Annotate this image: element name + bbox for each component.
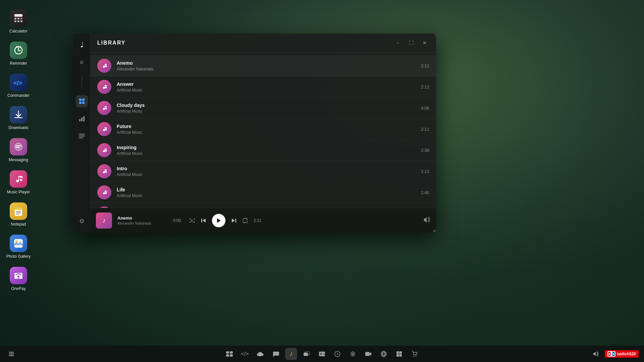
sidebar-hamburger-icon[interactable]: ≡	[76, 56, 88, 68]
taskbar-apps-icon[interactable]	[223, 348, 235, 360]
track-list[interactable]: Anemo Alexander Nakarada 2:11 Answer Art…	[91, 53, 436, 208]
downloads-label: Downloads	[8, 125, 28, 130]
desktop-icon-downloads[interactable]: Downloads	[3, 103, 34, 133]
svg-point-65	[103, 192, 105, 194]
svg-rect-108	[399, 354, 402, 357]
svg-point-83	[12, 355, 14, 356]
svg-point-80	[12, 353, 14, 355]
window-titlebar: LIBRARY − ⛶ ✕	[91, 34, 436, 53]
desktop-icon-notepad[interactable]: Notepad	[3, 200, 34, 229]
svg-rect-22	[15, 207, 22, 210]
taskbar-cloud-icon[interactable]	[254, 348, 266, 360]
track-item[interactable]: Future Artificial Music 2:11	[91, 119, 436, 140]
sidebar-stats-icon[interactable]	[76, 113, 88, 125]
play-pause-button[interactable]	[212, 214, 225, 227]
track-item[interactable]: Cloudy days Artificial Music 3:06	[91, 98, 436, 119]
taskbar-sound-icon[interactable]	[590, 348, 602, 360]
track-thumbnail	[97, 143, 111, 157]
player-time-total: 2:11	[254, 218, 264, 223]
svg-rect-1	[14, 18, 16, 19]
track-info: Cloudy days Artificial Music	[117, 103, 416, 114]
music-player-window: ♩ ≡ ⚙	[73, 34, 436, 233]
svg-rect-35	[79, 119, 80, 121]
taskbar-cards-icon[interactable]	[301, 348, 313, 360]
svg-point-42	[105, 66, 107, 67]
track-duration: 2:11	[421, 63, 429, 68]
calculator-icon	[10, 9, 27, 27]
taskbar-browser-icon[interactable]	[378, 348, 390, 360]
track-thumbnail	[97, 122, 111, 136]
track-thumbnail	[97, 59, 111, 73]
reminder-label: Reminder	[10, 61, 27, 66]
track-item[interactable]: Life Artificial Music 2:40	[91, 182, 436, 203]
taskbar-music-icon[interactable]: ♪	[285, 348, 297, 360]
svg-point-53	[103, 129, 105, 131]
track-duration: 3:06	[421, 106, 429, 111]
onepay-icon	[10, 267, 27, 284]
svg-rect-39	[79, 136, 85, 137]
desktop-icon-messaging[interactable]: Messaging	[3, 135, 34, 165]
prev-button[interactable]	[201, 218, 207, 224]
svg-rect-32	[82, 99, 85, 101]
close-button[interactable]: ✕	[420, 38, 429, 48]
svg-rect-38	[79, 134, 85, 135]
taskbar-video-icon[interactable]	[362, 348, 374, 360]
taskbar-cart-icon[interactable]	[409, 348, 421, 360]
desktop-icon-onepay[interactable]: OnePay	[3, 264, 34, 294]
track-thumbnail	[97, 185, 111, 199]
player-music-icon: ♪	[102, 217, 106, 224]
taskbar-windows-icon[interactable]	[393, 348, 405, 360]
taskbar-grid-icon[interactable]	[5, 348, 17, 360]
svg-rect-31	[79, 99, 82, 101]
desktop-icon-musicplayer[interactable]: Music Player	[3, 168, 34, 197]
taskbar-code-icon[interactable]: </>	[239, 348, 251, 360]
track-duration: 2:11	[421, 127, 429, 132]
svg-point-98	[352, 353, 354, 355]
downloads-icon	[10, 106, 27, 123]
desktop-icon-gallery[interactable]: Photo Gallery	[3, 232, 34, 261]
track-artist: Artificial Music	[117, 172, 416, 177]
track-item[interactable]: Light Artificial Music 2:32	[91, 203, 436, 208]
track-info: Life Artificial Music	[117, 187, 416, 198]
track-duration: 2:12	[421, 84, 429, 89]
music-sidebar: ♩ ≡ ⚙	[73, 34, 91, 233]
taskbar-chat-icon[interactable]	[270, 348, 282, 360]
svg-rect-87	[230, 354, 233, 357]
desktop-icon-calculator[interactable]: Calculator	[3, 7, 34, 36]
gallery-icon	[10, 235, 27, 252]
track-item[interactable]: Answer Artificial Music 2:12	[91, 76, 436, 98]
next-button[interactable]	[231, 218, 237, 224]
minimize-button[interactable]: −	[393, 38, 402, 48]
taskbar-game-icon[interactable]	[316, 348, 328, 360]
track-name: Cloudy days	[117, 103, 416, 108]
desktop-icon-reminder[interactable]: Reminder	[3, 39, 34, 68]
taskbar-right: switch520	[590, 348, 639, 360]
track-item[interactable]: Intro Artificial Music 1:13	[91, 161, 436, 182]
volume-button[interactable]	[423, 217, 431, 224]
track-name: Intro	[117, 166, 416, 171]
track-name: Inspiring	[117, 145, 416, 150]
sidebar-list-icon[interactable]	[76, 130, 88, 142]
sidebar-music-note-icon[interactable]: ♩	[76, 39, 88, 51]
taskbar-settings-icon[interactable]	[347, 348, 359, 360]
svg-point-62	[105, 171, 107, 173]
desktop-icon-commander[interactable]: </> Commander	[3, 71, 34, 101]
sidebar-settings-icon[interactable]: ⚙	[76, 215, 88, 227]
sidebar-library-icon[interactable]	[76, 95, 88, 107]
shuffle-button[interactable]	[189, 218, 195, 224]
track-item[interactable]: Inspiring Artificial Music 2:38	[91, 140, 436, 161]
track-item[interactable]: Anemo Alexander Nakarada 2:11	[91, 55, 436, 76]
track-thumbnail	[97, 80, 111, 94]
svg-point-29	[17, 276, 19, 278]
maximize-button[interactable]: ⛶	[407, 38, 416, 48]
svg-point-79	[11, 353, 12, 355]
window-controls: − ⛶ ✕	[393, 38, 429, 48]
resize-handle[interactable]: ◢	[431, 228, 436, 233]
svg-point-18	[20, 179, 22, 181]
svg-rect-99	[365, 352, 370, 356]
repeat-button[interactable]	[242, 218, 248, 224]
track-name: Anemo	[117, 60, 416, 66]
taskbar-clock-icon[interactable]	[331, 348, 343, 360]
svg-rect-106	[399, 351, 402, 354]
switch520-badge: switch520	[605, 350, 639, 358]
